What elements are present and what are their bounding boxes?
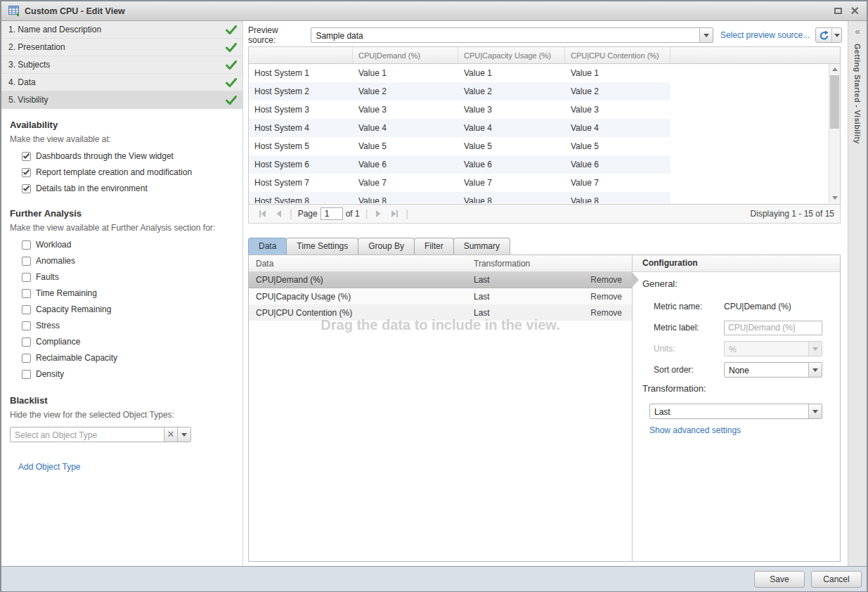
remove-button[interactable]: Remove: [590, 292, 632, 302]
show-advanced-settings-link[interactable]: Show advanced settings: [649, 425, 741, 435]
next-page-icon[interactable]: [370, 210, 387, 218]
checkbox-row-workload: Workload: [22, 240, 234, 250]
scroll-up-icon[interactable]: [829, 64, 840, 75]
tab-filter[interactable]: Filter: [414, 238, 454, 255]
transformation-value: Last: [474, 308, 590, 318]
dialog-footer: Save Cancel: [1, 566, 867, 591]
table-row[interactable]: Host System 8 Value 8 Value 8 Value 8: [249, 192, 671, 203]
tab-summary[interactable]: Summary: [453, 238, 510, 255]
previous-page-icon[interactable]: [271, 210, 287, 218]
preview-source-value: Sample data: [311, 28, 699, 42]
data-config-tabs: Data Time Settings Group By Filter Summa…: [248, 238, 510, 255]
drag-drop-hint: Drag the data to include in the view.: [249, 317, 632, 333]
table-row[interactable]: Host System 4 Value 4 Value 4 Value 4: [249, 119, 671, 137]
table-row[interactable]: Host System 1 Value 1 Value 1 Value 1: [249, 64, 671, 82]
capacity-remaining-checkbox[interactable]: [22, 305, 31, 314]
column-header-name[interactable]: [249, 47, 353, 63]
tab-data[interactable]: Data: [248, 238, 287, 255]
preview-table-header: CPU|Demand (%) CPU|Capacity Usage (%) CP…: [249, 47, 840, 64]
faults-checkbox[interactable]: [22, 273, 31, 282]
stress-checkbox[interactable]: [22, 321, 31, 330]
cell-value: Value 5: [565, 141, 671, 151]
checkbox-row-reclaimable-capacity: Reclaimable Capacity: [22, 353, 234, 363]
data-row-cpu-capacity-usage[interactable]: CPU|Capacity Usage (%) Last Remove: [249, 288, 632, 304]
preview-source-combobox[interactable]: Sample data: [311, 27, 713, 43]
add-object-type-link[interactable]: Add Object Type: [18, 462, 81, 472]
metric-name-value: CPU|Demand (%): [724, 302, 791, 311]
anomalies-checkbox[interactable]: [22, 257, 31, 266]
step-label: 1. Name and Description: [8, 25, 101, 34]
column-header-cpu-capacity-usage[interactable]: CPU|Capacity Usage (%): [458, 47, 565, 63]
chevron-down-icon[interactable]: [699, 28, 713, 42]
getting-started-panel-collapsed[interactable]: « Getting Started - Visibility: [848, 21, 867, 566]
clear-icon[interactable]: ✕: [164, 427, 177, 442]
first-page-icon[interactable]: [254, 210, 271, 218]
column-header-cpu-contention[interactable]: CPU|CPU Contention (%): [565, 47, 671, 63]
table-row[interactable]: Host System 5 Value 5 Value 5 Value 5: [249, 137, 671, 155]
metric-name: CPU|Capacity Usage (%): [249, 292, 474, 302]
last-page-icon[interactable]: [387, 210, 403, 218]
remove-button[interactable]: Remove: [590, 275, 632, 285]
select-preview-source-link[interactable]: Select preview source...: [720, 30, 810, 40]
object-type-combobox[interactable]: Select an Object Type ✕: [10, 427, 191, 442]
chevron-down-icon[interactable]: [177, 427, 190, 442]
column-header-data[interactable]: Data: [249, 259, 474, 269]
data-list-header: Data Transformation: [249, 255, 632, 272]
details-tab-checkbox[interactable]: [22, 184, 31, 193]
close-icon[interactable]: ✕: [850, 8, 860, 15]
tab-group-by[interactable]: Group By: [358, 238, 415, 255]
cell-host-name: Host System 8: [249, 196, 353, 203]
table-row[interactable]: Host System 7 Value 7 Value 7 Value 7: [249, 174, 671, 192]
column-header-transformation[interactable]: Transformation: [474, 259, 632, 269]
further-analysis-heading: Further Analysis: [10, 208, 234, 219]
dashboards-checkbox[interactable]: [22, 152, 31, 161]
tab-time-settings[interactable]: Time Settings: [286, 238, 358, 255]
maximize-icon[interactable]: [834, 8, 842, 14]
workload-checkbox[interactable]: [22, 240, 31, 250]
table-row[interactable]: Host System 6 Value 6 Value 6 Value 6: [249, 155, 671, 174]
reclaimable-capacity-checkbox[interactable]: [22, 354, 31, 363]
blacklist-description: Hide the view for the selected Object Ty…: [10, 410, 234, 420]
chevron-down-icon[interactable]: [808, 363, 822, 377]
pagination-toolbar: | Page of 1 | | Displaying 1 - 15 of 15: [248, 205, 841, 224]
cell-value: Value 4: [353, 123, 458, 133]
step-data[interactable]: 4. Data: [1, 74, 242, 91]
preview-table: CPU|Demand (%) CPU|Capacity Usage (%) CP…: [248, 46, 841, 205]
preview-table-body: Host System 1 Value 1 Value 1 Value 1 Ho…: [249, 64, 840, 203]
scroll-down-icon[interactable]: [829, 193, 840, 203]
refresh-split-button[interactable]: [815, 27, 842, 43]
checkbox-row-capacity-remaining: Capacity Remaining: [22, 304, 234, 314]
remove-button[interactable]: Remove: [590, 308, 632, 318]
report-template-checkbox[interactable]: [22, 168, 31, 177]
step-subjects[interactable]: 3. Subjects: [1, 56, 242, 74]
vertical-scrollbar[interactable]: [829, 64, 840, 203]
transformation-combobox[interactable]: Last: [649, 404, 822, 419]
expand-panel-icon[interactable]: «: [855, 26, 860, 37]
refresh-icon[interactable]: [816, 28, 831, 42]
table-row[interactable]: Host System 3 Value 3 Value 3 Value 3: [249, 101, 671, 119]
data-row-cpu-demand[interactable]: CPU|Demand (%) Last Remove: [249, 272, 632, 288]
page-number-input[interactable]: [320, 207, 343, 220]
cancel-button[interactable]: Cancel: [811, 571, 862, 588]
chevron-down-icon[interactable]: [831, 28, 841, 42]
save-button[interactable]: Save: [754, 571, 805, 588]
checkbox-label: Report template creation and modificatio…: [36, 167, 192, 177]
time-remaining-checkbox[interactable]: [22, 289, 31, 298]
step-presentation[interactable]: 2. Presentation: [1, 39, 242, 56]
selected-data-list: Data Transformation CPU|Demand (%) Last …: [249, 255, 633, 561]
scrollbar-thumb[interactable]: [830, 75, 839, 129]
compliance-checkbox[interactable]: [22, 337, 31, 347]
column-header-cpu-demand[interactable]: CPU|Demand (%): [353, 47, 458, 63]
cell-value: Value 8: [458, 196, 565, 203]
density-checkbox[interactable]: [22, 370, 31, 379]
table-row[interactable]: Host System 2 Value 2 Value 2 Value 2: [249, 82, 671, 101]
checkbox-label: Details tab in the environment: [36, 184, 148, 193]
cell-value: Value 6: [458, 160, 565, 169]
cell-host-name: Host System 7: [249, 178, 353, 188]
chevron-down-icon[interactable]: [808, 404, 822, 418]
metric-label-input[interactable]: [724, 321, 822, 335]
step-name-and-description[interactable]: 1. Name and Description: [1, 21, 242, 39]
step-visibility[interactable]: 5. Visibility: [1, 91, 242, 109]
sort-order-combobox[interactable]: None: [724, 362, 822, 378]
step-complete-check-icon: [226, 25, 237, 34]
